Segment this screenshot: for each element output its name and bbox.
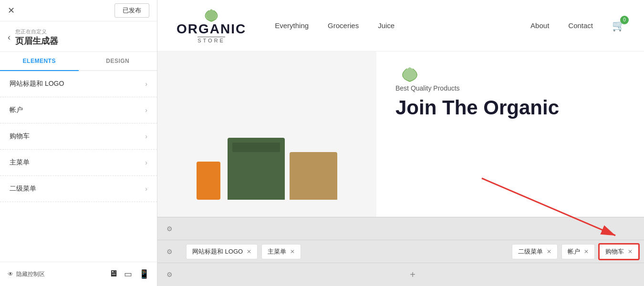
- nav-groceries[interactable]: Groceries: [328, 21, 359, 30]
- menu-item-sub-menu-arrow: ›: [145, 185, 147, 193]
- chip-cart-label: 购物车: [605, 247, 624, 256]
- menu-item-account-arrow: ›: [145, 106, 147, 114]
- panel-subtitle: 您正在自定义: [15, 28, 58, 35]
- builder-row-2-gear[interactable]: ⚙: [157, 243, 181, 260]
- eye-icon: 👁: [8, 271, 13, 277]
- chip-logo-label: 网站标题和 LOGO: [192, 247, 243, 256]
- hero-subtitle: Best Quality Products: [395, 84, 625, 92]
- menu-item-account-label: 帐户: [10, 106, 23, 114]
- menu-item-account[interactable]: 帐户 ›: [0, 97, 157, 123]
- mobile-icon[interactable]: 📱: [139, 269, 149, 279]
- left-panel: ✕ 已发布 ‹ 您正在自定义 页眉生成器 ELEMENTS DESIGN 网站标…: [0, 0, 157, 286]
- builder-row-3-plus[interactable]: +: [181, 269, 644, 280]
- menu-item-logo[interactable]: 网站标题和 LOGO ›: [0, 71, 157, 97]
- close-button[interactable]: ✕: [8, 5, 15, 16]
- panel-header: ‹ 您正在自定义 页眉生成器: [0, 21, 157, 52]
- logo-leaf-svg: [199, 8, 223, 22]
- product-bottle: [197, 162, 220, 200]
- hide-panel-button[interactable]: 👁 隐藏控制区: [8, 270, 45, 278]
- menu-item-sub-menu-label: 二级菜单: [10, 184, 36, 193]
- nav-contact[interactable]: Contact: [568, 21, 593, 30]
- publish-button[interactable]: 已发布: [114, 3, 149, 18]
- cart-badge: 0: [620, 16, 629, 24]
- tablet-icon[interactable]: ▭: [124, 269, 132, 279]
- menu-item-main-menu-label: 主菜单: [10, 158, 30, 167]
- back-arrow[interactable]: ‹: [8, 32, 10, 42]
- bottom-bar: 👁 隐藏控制区 🖥 ▭ 📱: [0, 262, 157, 286]
- desktop-icon[interactable]: 🖥: [109, 269, 117, 279]
- chip-cart-close[interactable]: ✕: [628, 248, 633, 255]
- menu-item-main-menu-arrow: ›: [145, 159, 147, 166]
- tabs-row: ELEMENTS DESIGN: [0, 52, 157, 71]
- menu-item-main-menu[interactable]: 主菜单 ›: [0, 150, 157, 176]
- top-bar: ✕ 已发布: [0, 0, 157, 21]
- chip-sub-menu[interactable]: 二级菜单 ✕: [512, 244, 558, 259]
- chip-account-label: 帐户: [568, 247, 580, 256]
- logo-area: ORGANIC STORE: [177, 8, 246, 43]
- nav-links: Everything Groceries Juice: [275, 21, 530, 30]
- builder-row-3: ⚙ +: [157, 263, 644, 286]
- logo-store: STORE: [197, 37, 225, 43]
- chip-sub-menu-label: 二级菜单: [518, 247, 543, 256]
- right-area: ORGANIC STORE Everything Groceries Juice…: [157, 0, 644, 286]
- nav-about[interactable]: About: [530, 21, 549, 30]
- device-icons: 🖥 ▭ 📱: [109, 269, 149, 279]
- nav-everything[interactable]: Everything: [275, 21, 309, 30]
- product-bag-green: [228, 138, 285, 200]
- builder-row-1-gear[interactable]: ⚙: [157, 220, 181, 237]
- menu-item-logo-arrow: ›: [145, 80, 147, 88]
- menu-items-list: 网站标题和 LOGO › 帐户 › 购物车 › 主菜单 › 二级菜单 ›: [0, 71, 157, 262]
- logo-text: ORGANIC STORE: [177, 22, 246, 43]
- logo-name: ORGANIC: [177, 22, 246, 36]
- builder-row-1-content: [181, 226, 644, 232]
- chip-account[interactable]: 帐户 ✕: [561, 244, 595, 259]
- chip-main-menu[interactable]: 主菜单 ✕: [261, 244, 301, 259]
- builder-row-2-content: 网站标题和 LOGO ✕ 主菜单 ✕ 二级菜单 ✕ 帐户 ✕: [181, 241, 644, 263]
- builder-row-1: ⚙: [157, 217, 644, 240]
- chip-main-menu-label: 主菜单: [268, 247, 286, 256]
- tab-elements[interactable]: ELEMENTS: [0, 52, 79, 71]
- hide-panel-label: 隐藏控制区: [16, 270, 45, 278]
- menu-item-logo-label: 网站标题和 LOGO: [10, 80, 64, 88]
- chip-account-close[interactable]: ✕: [584, 248, 589, 255]
- builder-row-3-gear[interactable]: ⚙: [157, 266, 181, 283]
- panel-title: 页眉生成器: [15, 35, 58, 47]
- menu-item-sub-menu[interactable]: 二级菜单 ›: [0, 176, 157, 202]
- nav-juice[interactable]: Juice: [378, 21, 395, 30]
- chip-main-menu-close[interactable]: ✕: [290, 248, 295, 255]
- builder-row-2: ⚙ 网站标题和 LOGO ✕ 主菜单 ✕ 二级菜单 ✕ 帐户 ✕: [157, 240, 644, 263]
- menu-item-cart-label: 购物车: [10, 132, 30, 141]
- hero-products: [187, 128, 347, 209]
- chip-sub-menu-close[interactable]: ✕: [547, 248, 551, 255]
- hero-leaf-icon: [395, 66, 625, 84]
- menu-item-cart[interactable]: 购物车 ›: [0, 123, 157, 150]
- chip-logo[interactable]: 网站标题和 LOGO ✕: [186, 244, 258, 259]
- site-header: ORGANIC STORE Everything Groceries Juice…: [157, 0, 644, 51]
- panel-title-area: 您正在自定义 页眉生成器: [15, 28, 58, 47]
- product-bag-brown: [290, 152, 337, 200]
- hero-title: Join The Organic: [395, 97, 625, 119]
- builder-overlay: ⚙ ⚙ 网站标题和 LOGO ✕ 主菜单 ✕ 二级菜单 ✕: [157, 217, 644, 286]
- chip-cart[interactable]: 购物车 ✕: [599, 244, 639, 260]
- cart-icon-wrap[interactable]: 🛒 0: [612, 20, 625, 32]
- tab-design[interactable]: DESIGN: [79, 52, 157, 70]
- chip-logo-close[interactable]: ✕: [247, 248, 251, 255]
- nav-right: About Contact 🛒 0: [530, 20, 625, 32]
- menu-item-cart-arrow: ›: [145, 133, 147, 140]
